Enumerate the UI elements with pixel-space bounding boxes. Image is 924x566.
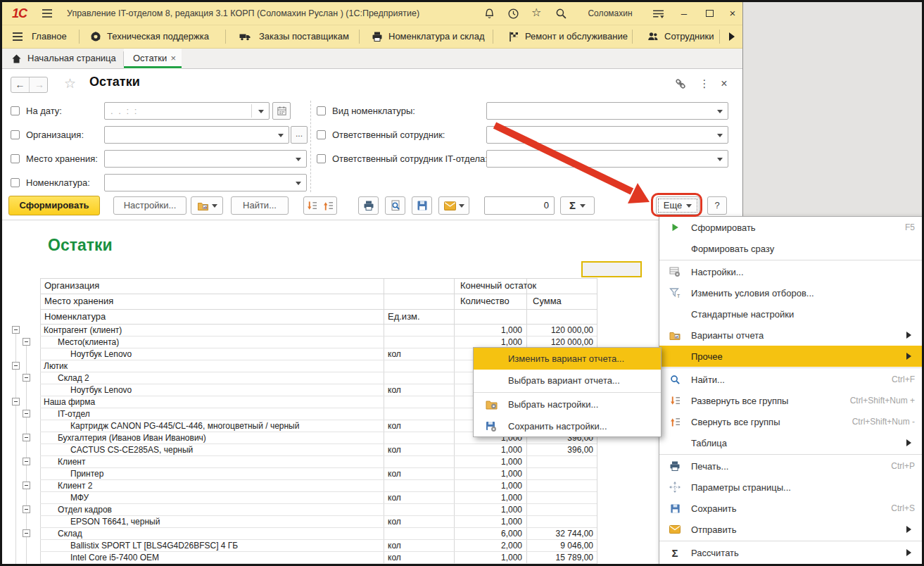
menu-item-table[interactable]: Таблица: [659, 432, 922, 453]
menu-item-report-variants[interactable]: Варианты отчета: [659, 325, 922, 346]
menu-item-save[interactable]: СохранитьCtrl+S: [659, 498, 922, 519]
table-row[interactable]: Intel Core i5-7400 OEMкол1,00015 789,00: [40, 552, 597, 564]
link-icon[interactable]: [674, 77, 687, 90]
submenu-item-choose-settings[interactable]: Выбрать настройки...: [474, 394, 661, 415]
responsible-it-input[interactable]: [486, 150, 728, 168]
report-variants-button[interactable]: [191, 196, 223, 215]
history-clock-icon[interactable]: [507, 8, 519, 20]
group-toggle[interactable]: [23, 458, 30, 465]
table-row[interactable]: Принтеркол1,000: [40, 468, 597, 480]
menu-item-other[interactable]: Прочее: [659, 346, 922, 367]
table-row[interactable]: Ballistix SPORT LT [BLS4G4D26BFSC] 4 ГБк…: [40, 540, 597, 552]
menu-item-print[interactable]: Печать...Ctrl+P: [659, 455, 922, 477]
preview-button[interactable]: [385, 196, 405, 215]
group-toggle[interactable]: [23, 374, 30, 382]
checkbox-responsible-it[interactable]: [317, 154, 326, 163]
menu-item-settings[interactable]: Настройки...: [659, 261, 922, 282]
sections-overflow-arrow[interactable]: [729, 32, 739, 41]
dropdown-arrow-icon[interactable]: [717, 134, 723, 140]
menu-item-generate-now[interactable]: Формировать сразу: [659, 238, 922, 259]
checkbox-org[interactable]: [11, 130, 20, 139]
maximize-button[interactable]: [700, 2, 719, 25]
counter-field[interactable]: 0: [484, 196, 555, 215]
forward-button[interactable]: →: [30, 77, 49, 92]
org-ellipsis-button[interactable]: ...: [291, 126, 308, 144]
table-row[interactable]: Клиент 21,000: [40, 480, 597, 492]
group-toggle[interactable]: [23, 505, 30, 513]
help-button[interactable]: ?: [707, 196, 727, 215]
group-toggle[interactable]: [23, 338, 30, 346]
autosum-button[interactable]: Σ: [560, 196, 595, 215]
print-button[interactable]: [358, 196, 379, 215]
section-repair[interactable]: Ремонт и обслуживание: [525, 25, 628, 48]
menu-item-edit-filters[interactable]: T Изменить условия отборов...: [659, 282, 922, 303]
section-orders[interactable]: Заказы поставщикам: [259, 25, 349, 48]
group-toggle[interactable]: [23, 482, 30, 489]
group-toggle[interactable]: [23, 434, 30, 441]
menu-item-generate[interactable]: СформироватьF5: [659, 217, 922, 238]
generate-button[interactable]: Сформировать: [8, 196, 100, 215]
menu-item-send[interactable]: Отправить: [659, 519, 922, 540]
group-toggle[interactable]: [12, 326, 20, 334]
dropdown-arrow-icon[interactable]: [296, 182, 301, 188]
section-nomenclature[interactable]: Номенклатура и склад: [388, 25, 484, 48]
checkbox-kind[interactable]: [317, 106, 326, 115]
section-employees[interactable]: Сотрудники: [664, 25, 714, 48]
section-support[interactable]: Техническая поддержка: [107, 25, 209, 48]
table-row[interactable]: Клиент1,000: [40, 456, 597, 468]
tab-home[interactable]: Начальная страница: [2, 49, 123, 69]
submenu-item-choose-variant[interactable]: Выбрать вариант отчета...: [474, 370, 661, 391]
storage-input[interactable]: [104, 150, 307, 168]
find-button[interactable]: Найти...: [231, 196, 289, 215]
search-icon[interactable]: [555, 8, 567, 20]
group-toggle[interactable]: [12, 398, 20, 405]
org-input[interactable]: [104, 126, 289, 144]
section-main[interactable]: Главное: [32, 25, 67, 48]
notifications-bell-icon[interactable]: [483, 8, 495, 20]
table-row[interactable]: Контрагент (клиент)1,000120 000,00: [40, 325, 597, 337]
calendar-button[interactable]: [272, 102, 291, 120]
group-toggle[interactable]: [12, 362, 20, 370]
dropdown-arrow-icon[interactable]: [717, 110, 723, 116]
date-input[interactable]: . . : :: [104, 102, 270, 120]
group-toggle[interactable]: [23, 410, 30, 417]
menu-item-page-setup[interactable]: Параметры страницы...: [659, 477, 922, 498]
tab-close-icon[interactable]: ×: [170, 49, 176, 68]
nomenclature-input[interactable]: [104, 174, 307, 191]
checkbox-date[interactable]: [11, 106, 20, 115]
selected-cell[interactable]: [581, 261, 642, 277]
favorite-star-icon[interactable]: ☆: [64, 75, 76, 92]
dropdown-arrow-icon[interactable]: [717, 158, 723, 164]
more-button[interactable]: Еще: [656, 196, 700, 215]
table-row[interactable]: EPSON T6641, черныйкол1,000: [40, 516, 597, 528]
dropdown-arrow-icon[interactable]: [258, 110, 264, 116]
back-button[interactable]: ←: [11, 77, 30, 92]
menu-item-find[interactable]: Найти...Ctrl+F: [659, 369, 922, 390]
send-button[interactable]: [438, 196, 469, 215]
dropdown-arrow-icon[interactable]: [296, 158, 301, 164]
close-form-icon[interactable]: ×: [718, 77, 730, 90]
menu-item-calculate[interactable]: Σ Рассчитать: [659, 542, 922, 563]
more-actions-icon[interactable]: ⋮: [698, 77, 711, 90]
close-window-button[interactable]: ×: [723, 2, 742, 25]
group-expand-collapse-buttons[interactable]: [303, 196, 337, 215]
menu-item-collapse-all[interactable]: Свернуть все группыCtrl+Shift+Num -: [659, 411, 922, 432]
submenu-item-edit-variant[interactable]: Изменить вариант отчета...: [474, 348, 661, 370]
minimize-button[interactable]: –: [675, 2, 693, 25]
table-row[interactable]: Склад6,00032 744,00: [40, 528, 597, 540]
group-toggle[interactable]: [23, 529, 30, 537]
kind-input[interactable]: [486, 102, 728, 120]
favorites-star-icon[interactable]: ☆: [531, 6, 543, 18]
submenu-item-save-settings[interactable]: Сохранить настройки...: [474, 415, 661, 437]
main-menu-icon[interactable]: [42, 8, 53, 21]
menu-item-standard-settings[interactable]: Стандартные настройки: [659, 303, 922, 325]
table-row[interactable]: Отдел кадров1,000: [40, 504, 597, 516]
sections-burger-icon[interactable]: [12, 31, 23, 42]
responsible-input[interactable]: [486, 126, 728, 144]
table-row[interactable]: МФУкол1,000: [40, 492, 597, 504]
menu-item-expand-all[interactable]: Развернуть все группыCtrl+Shift+Num +: [659, 390, 922, 411]
checkbox-responsible[interactable]: [317, 130, 326, 139]
checkbox-storage[interactable]: [11, 154, 20, 163]
save-button[interactable]: [412, 196, 432, 215]
table-row[interactable]: CACTUS CS-CE285AS, черныйкол1,000396,00: [40, 444, 597, 456]
